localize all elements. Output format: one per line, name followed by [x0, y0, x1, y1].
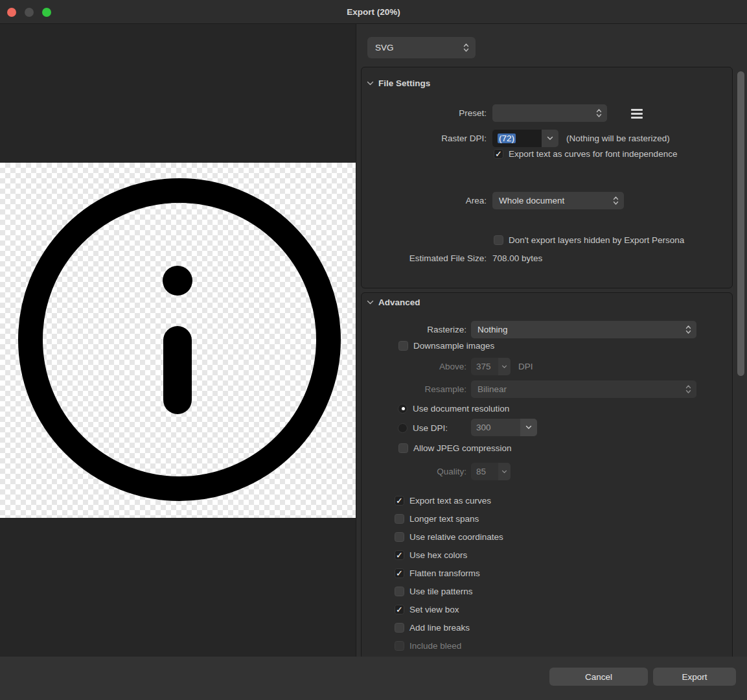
svg-options-list: Export text as curves Longer text spans … — [395, 495, 503, 651]
downsample-checkbox[interactable]: Downsample images — [398, 340, 494, 351]
raster-dpi-note: (Nothing will be rasterized) — [566, 130, 670, 147]
use-dpi-value: 300 — [476, 423, 491, 432]
chevron-down-icon — [547, 136, 553, 141]
raster-dpi-combo[interactable]: (72) — [492, 130, 558, 147]
checkbox-label: Flatten transforms — [409, 568, 480, 578]
scrollbar[interactable] — [735, 67, 747, 657]
resample-label: Resample: — [362, 380, 466, 398]
raster-dpi-input[interactable]: (72) — [492, 130, 542, 147]
checkbox-unchecked-icon — [395, 514, 404, 524]
checkbox-label: Allow JPEG compression — [413, 443, 512, 453]
option-export-text-curves[interactable]: Export text as curves — [395, 495, 503, 506]
section-title: Advanced — [378, 298, 420, 307]
use-dpi-input[interactable]: 300 — [471, 419, 520, 436]
preset-label: Preset: — [362, 104, 487, 122]
preset-select[interactable] — [492, 104, 607, 122]
chevron-down-icon — [501, 365, 507, 369]
quality-input: 85 — [471, 463, 498, 480]
dialog-footer: Cancel Export — [0, 657, 747, 700]
stepper-icon — [463, 43, 469, 52]
export-dialog: Export (20%) SVG File Set — [0, 0, 747, 700]
scrollbar-thumb[interactable] — [737, 71, 744, 376]
checkbox-checked-icon — [494, 149, 503, 159]
raster-dpi-dropdown-button[interactable] — [542, 130, 558, 147]
window-title: Export (20%) — [0, 0, 747, 24]
chevron-down-icon — [525, 425, 532, 430]
use-dpi-dropdown-button[interactable] — [520, 419, 537, 436]
allow-jpeg-checkbox[interactable]: Allow JPEG compression — [398, 443, 512, 453]
chevron-down-icon — [367, 300, 374, 305]
checkbox-checked-icon — [395, 568, 404, 578]
above-dropdown-button — [498, 358, 511, 375]
format-select[interactable]: SVG — [367, 37, 476, 58]
quality-value: 85 — [476, 467, 486, 476]
checkbox-label: Export text as curves for font independe… — [509, 149, 677, 159]
option-longer-text-spans[interactable]: Longer text spans — [395, 513, 503, 524]
checkbox-checked-icon — [395, 605, 404, 614]
above-input: 375 — [471, 358, 498, 375]
checkbox-label: Add line breaks — [409, 623, 470, 633]
use-dpi-radio[interactable]: Use DPI: — [398, 423, 448, 433]
radio-selected-icon — [398, 404, 408, 414]
above-combo: 375 — [471, 358, 511, 375]
stepper-icon — [613, 196, 619, 205]
cancel-button[interactable]: Cancel — [549, 668, 648, 686]
use-document-resolution-radio[interactable]: Use document resolution — [398, 403, 509, 414]
raster-dpi-label: Raster DPI: — [362, 130, 487, 147]
estimated-size-row: Estimated File Size: 708.00 bytes — [362, 250, 733, 267]
section-title: File Settings — [378, 78, 430, 88]
checkbox-label: Downsample images — [413, 341, 494, 351]
option-use-tile-patterns[interactable]: Use tile patterns — [395, 586, 503, 596]
dont-export-hidden-checkbox[interactable]: Don't export layers hidden by Export Per… — [494, 235, 684, 245]
checkbox-unchecked-icon — [494, 235, 503, 245]
radio-label: Use DPI: — [413, 423, 448, 433]
checkbox-checked-icon — [395, 496, 404, 506]
rasterize-row: Rasterize: Nothing — [362, 321, 733, 338]
chevron-down-icon — [501, 470, 507, 474]
option-set-view-box[interactable]: Set view box — [395, 604, 503, 614]
checkbox-label: Longer text spans — [409, 514, 479, 524]
area-select-value: Whole document — [499, 196, 613, 205]
export-button[interactable]: Export — [653, 668, 736, 686]
preset-row: Preset: — [362, 104, 733, 122]
above-value: 375 — [476, 362, 491, 371]
stepper-icon — [596, 108, 602, 118]
export-preview-pane — [0, 24, 356, 657]
area-row: Area: Whole document — [362, 192, 733, 209]
preset-menu-icon[interactable] — [631, 109, 643, 119]
titlebar: Export (20%) — [0, 0, 747, 24]
rasterize-select[interactable]: Nothing — [471, 321, 696, 338]
quality-dropdown-button — [498, 463, 511, 480]
area-select[interactable]: Whole document — [492, 192, 624, 209]
advanced-section: Advanced Rasterize: Nothing Downsample i… — [361, 292, 733, 677]
resample-select-value: Bilinear — [477, 384, 685, 394]
option-flatten-transforms[interactable]: Flatten transforms — [395, 568, 503, 578]
checkbox-label: Don't export layers hidden by Export Per… — [509, 235, 684, 245]
chevron-down-icon — [367, 81, 374, 86]
resample-select: Bilinear — [471, 380, 696, 398]
stepper-icon — [685, 325, 691, 334]
format-select-value: SVG — [375, 43, 463, 52]
checkbox-label: Use hex colors — [409, 550, 467, 560]
checkbox-unchecked-icon — [398, 341, 408, 351]
use-dpi-combo[interactable]: 300 — [471, 419, 537, 436]
above-dpi-row: Above: 375 DPI — [362, 358, 733, 375]
radio-unselected-icon — [398, 423, 408, 433]
info-icon-artwork — [0, 163, 356, 518]
option-include-bleed: Include bleed — [395, 640, 503, 651]
export-text-curves-checkbox[interactable]: Export text as curves for font independe… — [494, 148, 677, 159]
file-settings-header[interactable]: File Settings — [367, 78, 430, 88]
option-use-hex-colors[interactable]: Use hex colors — [395, 550, 503, 560]
rasterize-label: Rasterize: — [362, 321, 466, 338]
quality-combo: 85 — [471, 463, 511, 480]
option-use-relative-coordinates[interactable]: Use relative coordinates — [395, 531, 503, 542]
export-settings-panel: SVG File Settings Preset: — [356, 24, 747, 657]
stepper-icon — [685, 384, 691, 394]
quality-row: Quality: 85 — [362, 463, 733, 480]
rasterize-select-value: Nothing — [477, 325, 685, 334]
quality-label: Quality: — [362, 463, 466, 480]
estimated-size-label: Estimated File Size: — [362, 250, 487, 267]
file-settings-section: File Settings Preset: Raster DPI: — [361, 67, 733, 288]
option-add-line-breaks[interactable]: Add line breaks — [395, 622, 503, 633]
advanced-header[interactable]: Advanced — [367, 298, 420, 307]
